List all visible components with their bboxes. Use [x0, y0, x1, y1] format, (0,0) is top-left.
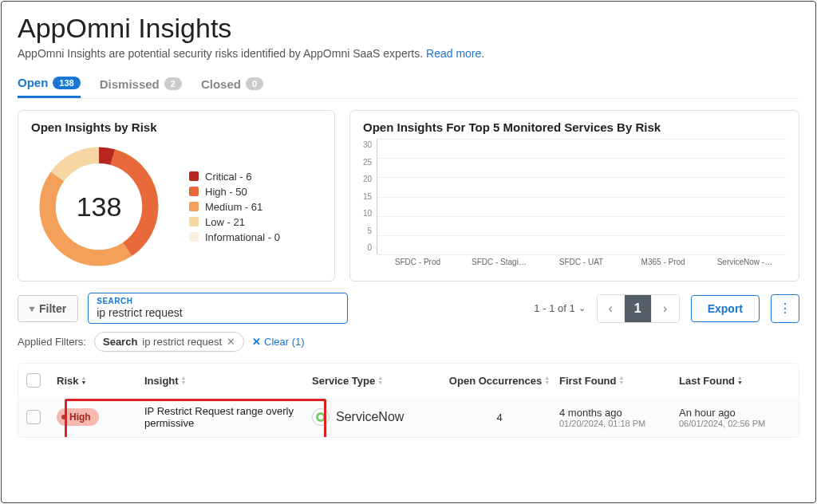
filter-button[interactable]: ▾ Filter	[18, 295, 78, 322]
legend-label: High - 50	[205, 186, 247, 198]
clear-filters-button[interactable]: ✕ Clear (1)	[252, 336, 305, 348]
legend-swatch	[189, 202, 199, 211]
legend-label: Critical - 6	[205, 171, 252, 183]
service-name: ServiceNow	[336, 410, 404, 424]
col-risk[interactable]: Risk▲▼	[57, 375, 144, 387]
chip-key: Search	[103, 336, 137, 348]
donut-chart: 138	[31, 139, 167, 274]
more-actions-button[interactable]: ⋮	[771, 294, 799, 323]
chevron-right-icon: ›	[663, 301, 667, 316]
subtitle-end: .	[481, 47, 484, 60]
legend-item: Low - 21	[189, 216, 280, 228]
clear-text: Clear (1)	[264, 336, 305, 348]
first-found-cell: 4 months ago 01/20/2024, 01:18 PM	[559, 407, 679, 428]
legend-swatch	[189, 171, 199, 181]
col-service[interactable]: Service Type▲▼	[312, 375, 440, 387]
row-checkbox[interactable]	[26, 410, 41, 424]
bar-chart-title: Open Insights For Top 5 Monitored Servic…	[363, 120, 786, 134]
occurrences-cell: 4	[440, 411, 559, 423]
read-more-link[interactable]: Read more	[426, 47, 481, 60]
legend-label: Informational - 0	[205, 231, 280, 243]
export-button[interactable]: Export	[691, 295, 760, 322]
x-label: SFDC - Prod	[389, 258, 445, 266]
chevron-down-icon: ⌄	[578, 303, 586, 313]
table-header: Risk▲▼ Insight▲▼ Service Type▲▼ Open Occ…	[18, 364, 799, 397]
prev-page-button[interactable]: ‹	[598, 295, 625, 322]
legend-item: Critical - 6	[189, 171, 280, 183]
pagination: ‹ 1 ›	[597, 294, 680, 323]
legend-label: Low - 21	[205, 216, 245, 228]
subtitle-text: AppOmni Insights are potential security …	[18, 47, 426, 60]
x-label: SFDC - UAT	[554, 258, 610, 266]
select-all-checkbox[interactable]	[26, 373, 41, 388]
service-cell: ServiceNow	[312, 408, 440, 426]
legend-item: High - 50	[189, 186, 280, 198]
result-range[interactable]: 1 - 1 of 1 ⌄	[534, 302, 585, 314]
close-icon: ✕	[252, 336, 261, 348]
tab-open-count: 138	[53, 77, 80, 89]
tab-open-label: Open	[18, 76, 48, 89]
legend-item: Informational - 0	[189, 231, 280, 243]
search-label: SEARCH	[97, 297, 339, 305]
donut-legend: Critical - 6High - 50Medium - 61Low - 21…	[189, 171, 280, 243]
tab-dismissed-label: Dismissed	[100, 77, 160, 91]
last-found-cell: An hour ago 06/01/2024, 02:56 PM	[679, 407, 799, 428]
tab-closed-label: Closed	[201, 77, 241, 91]
donut-title: Open Insights by Risk	[31, 120, 322, 134]
servicenow-icon	[312, 408, 330, 426]
insight-cell: IP Restrict Request range overly permiss…	[144, 405, 312, 429]
next-page-button[interactable]: ›	[652, 295, 679, 322]
table-row[interactable]: High IP Restrict Request range overly pe…	[18, 397, 799, 437]
donut-total: 138	[31, 139, 167, 274]
bar-chart: 302520151050 SFDC - ProdSFDC - StagingSF…	[363, 139, 786, 266]
x-label: ServiceNow - P...	[717, 258, 773, 266]
insights-table: Risk▲▼ Insight▲▼ Service Type▲▼ Open Occ…	[18, 363, 799, 438]
bar-x-labels: SFDC - ProdSFDC - StagingSFDC - UATM365 …	[377, 254, 786, 266]
col-insight[interactable]: Insight▲▼	[144, 375, 312, 387]
bar-grid	[377, 139, 786, 254]
applied-filters-label: Applied Filters:	[18, 336, 86, 348]
x-label: SFDC - Staging	[472, 258, 527, 266]
col-last-found[interactable]: Last Found▲▼	[679, 375, 799, 387]
col-first-found[interactable]: First Found▲▼	[559, 375, 679, 387]
page-1-button[interactable]: 1	[625, 295, 652, 322]
col-occurrences[interactable]: Open Occurrences▲▼	[440, 375, 559, 387]
filter-label: Filter	[39, 302, 66, 315]
page-title: AppOmni Insights	[18, 13, 799, 44]
kebab-icon: ⋮	[779, 301, 791, 316]
legend-label: Medium - 61	[205, 201, 262, 213]
tab-dismissed[interactable]: Dismissed 2	[100, 73, 182, 98]
search-input[interactable]	[97, 306, 339, 319]
remove-chip-icon[interactable]: ✕	[227, 336, 235, 348]
search-field[interactable]: SEARCH	[88, 293, 348, 324]
card-top-services: Open Insights For Top 5 Monitored Servic…	[349, 110, 799, 282]
funnel-icon: ▾	[30, 303, 34, 314]
tab-open[interactable]: Open 138	[18, 73, 81, 98]
filter-chip[interactable]: Search ip restrict request ✕	[94, 332, 244, 352]
legend-item: Medium - 61	[189, 201, 280, 213]
x-label: M365 - Prod	[635, 258, 691, 266]
tab-dismissed-count: 2	[164, 77, 182, 90]
legend-swatch	[189, 217, 199, 226]
tab-closed[interactable]: Closed 0	[201, 73, 263, 98]
chevron-left-icon: ‹	[608, 301, 612, 316]
card-open-by-risk: Open Insights by Risk 138 Critical - 6Hi…	[18, 110, 335, 282]
bar-y-axis: 302520151050	[363, 139, 377, 266]
status-tabs: Open 138 Dismissed 2 Closed 0	[18, 73, 799, 99]
page-subtitle: AppOmni Insights are potential security …	[18, 47, 799, 60]
legend-swatch	[189, 187, 199, 196]
chip-value: ip restrict request	[142, 336, 222, 348]
risk-badge: High	[57, 408, 99, 426]
risk-text: High	[69, 411, 91, 423]
risk-dot-icon	[61, 415, 66, 419]
legend-swatch	[189, 232, 199, 242]
range-text: 1 - 1 of 1	[534, 302, 574, 314]
tab-closed-count: 0	[246, 77, 263, 90]
